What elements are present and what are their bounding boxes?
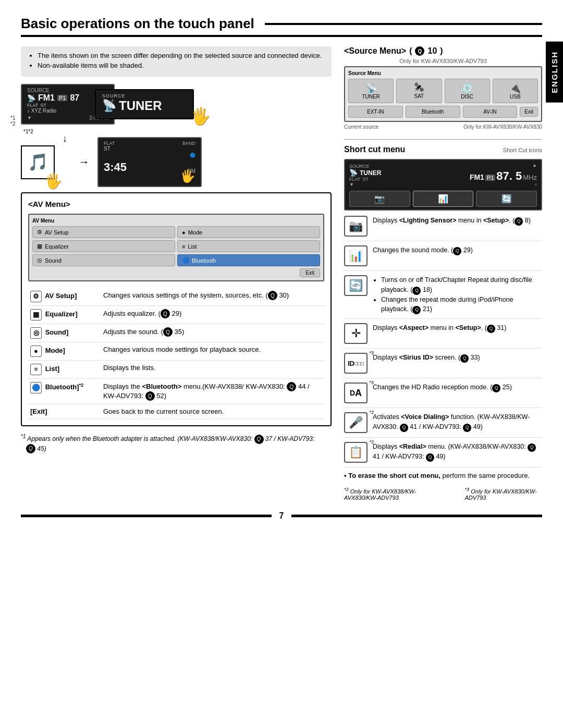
source-icon-sat: 🛰 SAT [396,79,442,103]
sc-soundmode-icon: 📊 [344,245,368,266]
sound-icon-small: ◎ [30,327,42,339]
page-ref-icon: Q [412,287,421,295]
sc-redial-icon: 📋 [344,442,368,463]
arrow-right-2: → [78,155,90,169]
star3-label: *3 [369,350,374,355]
page-ref-icon: Q [463,424,471,432]
table-row: ▦ Equalizer] Adjusts equalizer. (Q 29) [28,306,324,324]
source-icon-tuner: 📡 TUNER [348,79,394,103]
sat-icon: 🛰 [402,82,436,93]
down-arrow: ↓ [63,133,67,144]
band-label-2: BAND [182,141,195,146]
sc-source-label: SOURCE [349,164,381,169]
source-icon-extin: EXT-IN [348,106,403,118]
source-icon-disc: 💿 DISC [445,79,490,103]
source-menu-title: <Source Menu> (Q 10) [344,46,542,56]
left-column: The items shown on the screen differ dep… [21,46,332,501]
sc-item-siriusid: ID□□□ *3 Displays <Sirius ID> screen. (Q… [344,353,542,378]
item-list-desc: Displays the lists. [101,361,324,379]
item-avsetup-desc: Changes various settings of the system, … [101,288,324,306]
page-ref-icon: Q [254,435,264,444]
intro-bullet-2: Non-available items will be shaded. [38,61,324,69]
item-mode-label: ● Mode] [28,342,101,361]
page-ref-icon: Q [412,306,421,314]
table-row: ≡ List] Displays the lists. [28,361,324,379]
time-large: 3:45 [104,161,127,174]
shortcut-screen-mockup: SOURCE 📡 TUNER FLAT ST ▼ [344,159,542,211]
av-menu-item-equalizer: ▦ Equalizer [32,240,175,252]
source-bottom-icons: EXT-IN Bluetooth AV-IN Exit [348,106,538,118]
item-avsetup-label: ⚙ AV Setup] [28,288,101,306]
tuner-screen-2: FLAT BAND ST 🔵 3:45 PM 🖐 [97,137,202,187]
sc-soundmode-desc: Changes the sound mode. (Q 29) [373,245,473,255]
sc-item-voicedialing: 🎤 *2 Activates <Voice Dialing> function.… [344,412,542,438]
page-ref-icon: Q [145,391,155,401]
page-ref-icon: Q [492,384,500,392]
flat-label-2: FLAT [104,141,115,146]
st-label-2: ST [104,146,195,152]
disc-icon: 💿 [450,82,484,94]
item-list-label: ≡ List] [28,361,101,379]
equalizer-icon: ▦ [37,243,42,250]
bluetooth-menu-icon: 🔵 [182,257,189,264]
shortcut-menu-title: Short cut menu [344,145,405,154]
sc-tuner-label: TUNER [360,169,381,177]
right-column: <Source Menu> (Q 10) Only for KW-AVX830/… [344,46,542,501]
sc-lighting-icon: 📷 [344,216,368,237]
usb-icon: 🔌 [498,82,532,94]
page-ref-icon: Q [415,46,424,56]
star2-label: *2 [10,121,15,127]
table-row: ● Mode] Changes various mode settings fo… [28,342,324,361]
mode-icon: ● [182,229,186,236]
bluetooth-icon-small: 🔵 [30,382,42,393]
only-for-label-right: Only for KW-AVX838/KW-AVX830 [463,124,542,130]
star2-sc-label-2: *2 [369,439,374,445]
page-title: Basic operations on the touch panel [21,16,542,37]
sc-up-arrow: ▲ [470,163,537,168]
item-exit-label: [Exit] [28,404,101,419]
av-menu-item-sound: ◎ Sound [32,254,175,266]
mode-icon-small: ● [30,346,42,357]
sc-item-hdradio: DA *3 Changes the HD Radio reception mod… [344,382,542,408]
list-icon-small: ≡ [30,364,42,375]
av-menu-exit-btn: Exit [300,268,320,277]
hand-touch-icon-1: 🖐 [190,106,211,126]
sc-flat-label: FLAT [349,177,360,182]
sc-band-label: FM1 [470,173,484,181]
source-label-small: SOURCE [27,88,50,93]
sc-lighting-desc: Displays <Lighting Sensor> menu in <Setu… [373,216,531,226]
sc-st-label: ST [362,177,369,182]
intro-box: The items shown on the screen differ dep… [21,46,332,77]
sc-down-arrow: ▼ [349,182,381,187]
item-bluetooth-label: 🔵 Bluetooth]*2 [28,379,101,404]
av-menu-item-list: ≡ List [177,240,320,252]
av-menu-grid: ⚙ AV Setup ● Mode ▦ Equalizer ≡ [32,226,320,266]
st-label: ST [40,103,46,108]
diagram-area: SOURCE ▲ 📡 FM1 P1 87 FLAT S [21,84,332,187]
page-ref-icon: Q [163,327,173,337]
page-ref-icon: Q [460,354,469,363]
source-screen-caption: Current source Only for KW-AVX838/KW-AVX… [344,124,542,130]
description-table: ⚙ AV Setup] Changes various settings of … [28,288,324,419]
sc-chevron: ^ [470,183,537,188]
footnote-1: *1 Appears only when the Bluetooth adapt… [21,434,332,453]
sc-mhz-label: MHz [523,174,537,181]
footnote-star3: *3 Only for KW-AVX830/KW-ADV793 [464,487,542,501]
item-sound-desc: Adjusts the sound. (Q 35) [101,324,324,342]
sc-hdradio-icon: DA [344,382,368,403]
page-number: 7 [272,511,292,521]
band-label-small: FM1 [38,93,55,103]
sc-repeat-icon: 🔄 [344,275,368,296]
av-menu-exit-area: Exit [32,268,320,277]
sc-aspect-icon: ✛ [344,323,368,344]
footnote-star2: *2 Only for KW-AVX838/KW-AVX830/KW-ADV79… [344,487,449,501]
shortcut-items-list: 📷 Displays <Lighting Sensor> menu in <Se… [344,216,542,479]
intro-bullet-1: The items shown on the screen differ dep… [38,52,324,59]
sc-hdradio-desc: Changes the HD Radio reception mode. (Q … [373,382,512,392]
item-sound-label: ◎ Sound] [28,324,101,342]
sc-btn-1: 📷 [349,191,410,207]
sc-item-soundmode: 📊 Changes the sound mode. (Q 29) [344,245,542,271]
star12-label: *1*2 [23,129,33,134]
av-menu-mockup: AV Menu ⚙ AV Setup ● Mode ▦ Equalizer [28,214,324,281]
bluetooth-label: 🔵 [104,153,195,158]
